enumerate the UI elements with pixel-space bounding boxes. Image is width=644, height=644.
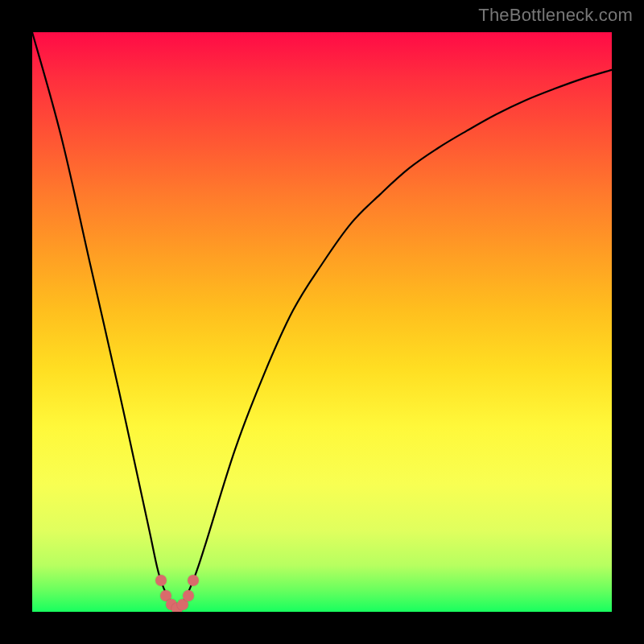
- highlighted-point: [188, 575, 199, 586]
- highlighted-points-group: [32, 32, 612, 612]
- plot-area: [32, 32, 612, 612]
- highlighted-point: [155, 575, 167, 586]
- chart-frame: TheBottleneck.com: [0, 0, 644, 644]
- highlighted-point: [183, 590, 194, 601]
- watermark-text: TheBottleneck.com: [478, 5, 633, 26]
